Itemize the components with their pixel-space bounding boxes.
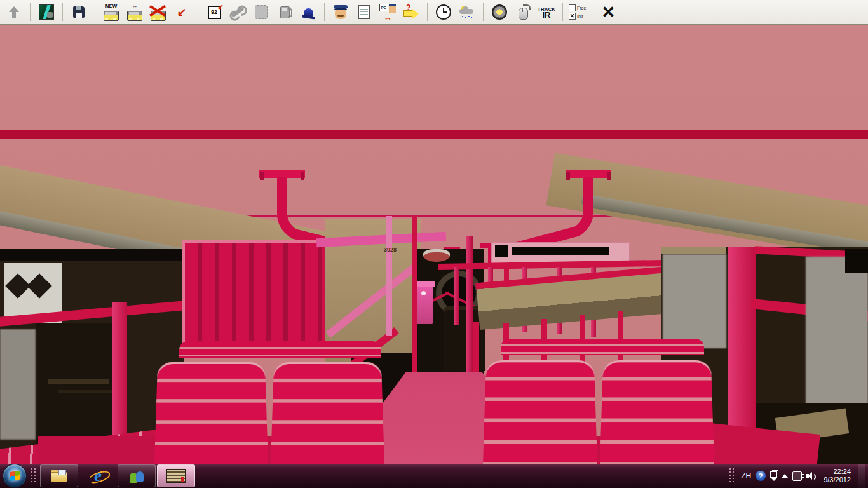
bus-icon: [104, 11, 119, 21]
taskbar-ie-button[interactable]: e: [79, 465, 116, 487]
steering-wheel-button[interactable]: [489, 1, 510, 24]
ribbed-panel: [182, 240, 328, 350]
restore-window-icon: [770, 471, 777, 478]
tray-grip[interactable]: [729, 468, 736, 484]
bus-simulator-icon: [166, 469, 186, 483]
language-indicator[interactable]: ZH: [741, 471, 751, 480]
move-arrows-glyph: ↔: [126, 4, 143, 9]
right-corner-shadow: [845, 249, 868, 273]
move-bus-icon: ↔: [126, 3, 143, 21]
toolbar-separator: [95, 3, 95, 21]
toolbar-separator: [30, 3, 31, 21]
checkbox-intr[interactable]: ✕: [569, 13, 576, 20]
toolbar-separator: [562, 3, 563, 21]
right-rack-underside: [661, 247, 726, 254]
clock-date: 9/3/2012: [824, 476, 851, 484]
clock-icon: [436, 4, 451, 20]
checkbox-free-label: Free: [577, 6, 586, 10]
view-options-group: Free ✕ Intr: [569, 4, 586, 20]
pc-swap-icon: PC ↔: [379, 4, 396, 20]
bus-icon: [127, 11, 142, 21]
arrow-tip: [412, 9, 419, 19]
wrench-icon: [231, 6, 244, 18]
move-bus-button[interactable]: ↔: [125, 1, 145, 24]
beacon-button[interactable]: [298, 1, 318, 24]
seat-back: [271, 362, 384, 464]
seat-back: [600, 360, 714, 464]
report-button[interactable]: [354, 1, 374, 24]
pc-label: PC: [379, 4, 388, 11]
tray-clock[interactable]: 22:24 9/3/2012: [821, 468, 853, 484]
show-desktop-button[interactable]: [858, 464, 865, 488]
stanchion-pole: [466, 236, 473, 394]
checkbox-row-free[interactable]: Free: [569, 4, 586, 11]
repair-button[interactable]: [227, 1, 248, 24]
close-button[interactable]: ✕: [598, 1, 618, 24]
delete-bus-button[interactable]: [148, 1, 168, 24]
right-rear-poster: [806, 257, 868, 404]
bus-interior-viewport[interactable]: 3928: [0, 25, 868, 464]
fuel-arrow-glyph: ↙: [217, 3, 223, 11]
taskbar-explorer-button[interactable]: [40, 464, 78, 487]
next-stop-button[interactable]: ?: [401, 1, 421, 24]
taskbar-bus-simulator-button[interactable]: [157, 464, 195, 487]
toolbar-separator: [427, 3, 428, 21]
internet-explorer-icon: e: [88, 468, 107, 484]
save-floppy-icon: [73, 6, 85, 18]
ie-glyph: e: [94, 466, 102, 485]
folder-paper: [58, 470, 66, 475]
clock-time: 22:24: [824, 468, 851, 476]
driver-button[interactable]: [330, 1, 351, 24]
mouse-control-button[interactable]: [513, 1, 533, 24]
power-plug-icon[interactable]: [792, 471, 802, 481]
fuel-pump-button[interactable]: [275, 1, 295, 24]
checkbox-row-intr[interactable]: ✕ Intr: [569, 13, 586, 20]
show-hidden-icons-button[interactable]: [782, 474, 788, 478]
rail-post: [454, 267, 459, 325]
blue-beacon-icon: [304, 8, 313, 17]
seat-back: [483, 360, 597, 464]
trackir-label-bottom: IR: [538, 12, 555, 18]
trackir-button[interactable]: TRACKIR: [536, 1, 557, 24]
destination-display-strip: [512, 247, 609, 255]
document-icon: [358, 5, 370, 19]
taskbar-grip[interactable]: [31, 468, 37, 484]
save-button[interactable]: [69, 1, 89, 24]
new-bus-label: NEW: [103, 4, 119, 9]
system-tray: ZH ? 22:24 9/3/2012: [729, 464, 867, 488]
question-arrow-icon: ?: [403, 5, 419, 19]
desktop: NEW ↔ ↙ 92↙ PC ↔ ?: [0, 0, 868, 488]
rain-dots-icon: [462, 16, 463, 17]
toolbar-separator: [483, 3, 484, 21]
new-bus-button[interactable]: NEW: [101, 1, 121, 24]
toolbar-separator: [592, 3, 592, 21]
back-up-button[interactable]: [4, 1, 24, 24]
refuel-button[interactable]: 92↙: [204, 1, 224, 24]
toolbar-separator: [62, 3, 63, 21]
weather-button[interactable]: [457, 1, 477, 24]
ime-help-icon[interactable]: ?: [756, 471, 766, 481]
up-arrow-icon: [9, 6, 19, 18]
right-seat-pair: [483, 351, 714, 464]
left-window-table-silhouette: [48, 379, 109, 384]
windows-taskbar: e ZH ? 22:24 9/3/2012: [0, 464, 868, 488]
checkbox-free[interactable]: [569, 4, 576, 11]
interior-mirror: [423, 249, 450, 262]
time-button[interactable]: [433, 1, 454, 24]
speaker-icon[interactable]: [806, 471, 817, 480]
toolbar-separator: [324, 3, 325, 21]
wash-button[interactable]: [251, 1, 271, 24]
select-arrow-button[interactable]: ↙: [172, 1, 192, 24]
swap-driver-button[interactable]: PC ↔: [377, 1, 398, 24]
toolbar-separator: [198, 3, 198, 21]
right-poster-panel: [663, 254, 726, 348]
ime-restore-control[interactable]: [770, 471, 777, 481]
map-view-button[interactable]: [36, 1, 57, 24]
cloud-icon: [459, 9, 473, 14]
start-button[interactable]: [3, 464, 27, 488]
fleet-number-label: 3928: [384, 247, 397, 253]
taskbar-messenger-button[interactable]: [118, 464, 156, 487]
weather-icon: [459, 6, 475, 18]
windows-flag-icon: [10, 471, 20, 481]
swap-arrows-glyph: ↔: [379, 13, 396, 22]
